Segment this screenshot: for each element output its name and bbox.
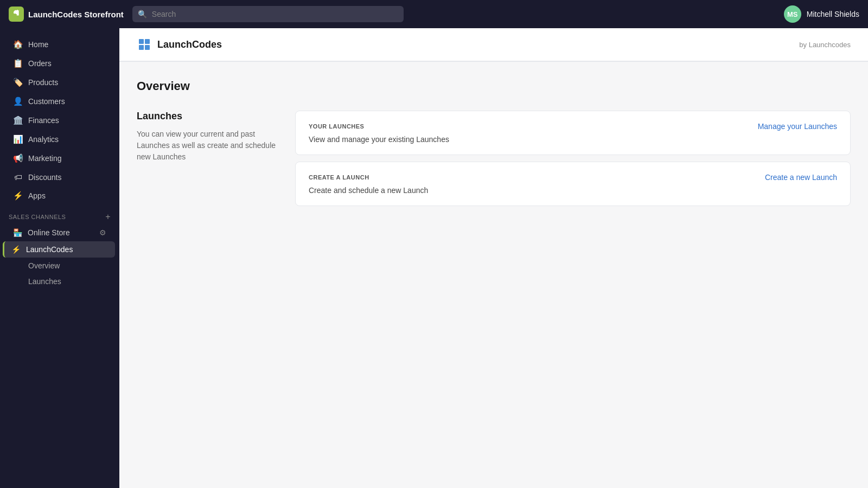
search-input[interactable] xyxy=(132,6,404,22)
svg-rect-0 xyxy=(139,39,144,44)
sidebar-item-online-store[interactable]: 🏪 Online Store ⚙ xyxy=(4,224,115,241)
page-title: Overview xyxy=(137,79,851,93)
sidebar-sub-item-launches[interactable]: Launches xyxy=(4,274,115,289)
cards-area: YOUR LAUNCHES Manage your Launches View … xyxy=(295,111,851,213)
launches-heading: Launches xyxy=(137,111,278,122)
discounts-icon: 🏷 xyxy=(13,172,23,182)
orders-icon: 📋 xyxy=(13,59,23,68)
sidebar-item-analytics[interactable]: 📊 Analytics xyxy=(4,130,115,149)
sidebar-sub-label-launches: Launches xyxy=(28,277,61,286)
sidebar-label-orders: Orders xyxy=(28,59,52,68)
manage-launches-link[interactable]: Manage your Launches xyxy=(758,122,837,131)
create-new-launch-link[interactable]: Create a new Launch xyxy=(765,173,837,182)
sidebar: 🏠 Home 📋 Orders 🏷️ Products 👤 Customers … xyxy=(0,28,119,488)
username: Mitchell Shields xyxy=(807,10,859,18)
svg-rect-2 xyxy=(139,45,144,50)
finances-icon: 🏛️ xyxy=(13,115,23,125)
sidebar-item-orders[interactable]: 📋 Orders xyxy=(4,54,115,73)
search-icon: 🔍 xyxy=(138,10,147,18)
sidebar-item-discounts[interactable]: 🏷 Discounts xyxy=(4,168,115,186)
sidebar-label-home: Home xyxy=(28,40,48,49)
app-by-label: by Launchcodes xyxy=(799,41,851,49)
home-icon: 🏠 xyxy=(13,40,23,49)
sidebar-label-customers: Customers xyxy=(28,97,65,106)
sidebar-label-products: Products xyxy=(28,78,58,87)
marketing-icon: 📢 xyxy=(13,153,23,163)
app-header-left: LaunchCodes xyxy=(137,37,222,52)
your-launches-label: YOUR LAUNCHES xyxy=(309,123,364,130)
svg-rect-3 xyxy=(145,45,150,50)
brand-name: LaunchCodes Storefront xyxy=(28,10,124,19)
sidebar-label-online-store: Online Store xyxy=(28,228,70,237)
apps-icon: ⚡ xyxy=(13,191,23,201)
sidebar-item-customers[interactable]: 👤 Customers xyxy=(4,92,115,111)
online-store-icon: 🏪 xyxy=(13,228,22,237)
create-launch-desc: Create and schedule a new Launch xyxy=(309,186,837,195)
avatar[interactable]: MS xyxy=(784,5,801,23)
app-header: LaunchCodes by Launchcodes xyxy=(119,28,868,61)
top-navigation: LaunchCodes Storefront 🔍 MS Mitchell Shi… xyxy=(0,0,868,28)
launches-description: Launches You can view your current and p… xyxy=(137,111,278,213)
create-launch-label: CREATE A LAUNCH xyxy=(309,174,369,181)
create-launch-card: CREATE A LAUNCH Create a new Launch Crea… xyxy=(295,162,851,206)
customers-icon: 👤 xyxy=(13,97,23,106)
sidebar-label-discounts: Discounts xyxy=(28,173,61,182)
sidebar-label-finances: Finances xyxy=(28,116,59,125)
svg-rect-1 xyxy=(145,39,150,44)
your-launches-card-header: YOUR LAUNCHES Manage your Launches xyxy=(309,122,837,131)
sales-channels-section: Sales channels + xyxy=(0,206,119,224)
launches-description-text: You can view your current and past Launc… xyxy=(137,129,278,163)
create-launch-card-header: CREATE A LAUNCH Create a new Launch xyxy=(309,173,837,182)
main-content: LaunchCodes by Launchcodes Overview Laun… xyxy=(119,28,868,488)
online-store-settings-icon[interactable]: ⚙ xyxy=(99,228,106,237)
content-area: Overview Launches You can view your curr… xyxy=(119,62,868,230)
products-icon: 🏷️ xyxy=(13,78,23,87)
sidebar-label-apps: Apps xyxy=(28,191,46,200)
layout: 🏠 Home 📋 Orders 🏷️ Products 👤 Customers … xyxy=(0,28,868,488)
analytics-icon: 📊 xyxy=(13,134,23,144)
sidebar-item-products[interactable]: 🏷️ Products xyxy=(4,73,115,92)
overview-grid: Launches You can view your current and p… xyxy=(137,111,851,213)
sidebar-sub-label-overview: Overview xyxy=(28,261,60,270)
sidebar-item-home[interactable]: 🏠 Home xyxy=(4,35,115,54)
sidebar-label-analytics: Analytics xyxy=(28,135,59,144)
sidebar-label-launchcodes: LaunchCodes xyxy=(26,245,73,254)
your-launches-desc: View and manage your existing Launches xyxy=(309,135,837,144)
add-channel-icon[interactable]: + xyxy=(105,212,111,222)
app-icon xyxy=(137,37,152,52)
sidebar-label-marketing: Marketing xyxy=(28,154,61,163)
shopify-logo xyxy=(9,7,24,22)
brand: LaunchCodes Storefront xyxy=(9,7,124,22)
sidebar-item-apps[interactable]: ⚡ Apps xyxy=(4,187,115,205)
sidebar-sub-item-overview[interactable]: Overview xyxy=(4,258,115,273)
sidebar-item-launchcodes[interactable]: ⚡ LaunchCodes xyxy=(3,241,115,258)
your-launches-card: YOUR LAUNCHES Manage your Launches View … xyxy=(295,111,851,155)
launchcodes-channel-icon: ⚡ xyxy=(11,245,21,254)
sales-channels-label: Sales channels xyxy=(9,214,66,220)
app-title: LaunchCodes xyxy=(157,39,222,50)
sidebar-item-marketing[interactable]: 📢 Marketing xyxy=(4,149,115,168)
sidebar-item-finances[interactable]: 🏛️ Finances xyxy=(4,111,115,130)
topnav-right: MS Mitchell Shields xyxy=(784,5,859,23)
search-bar: 🔍 xyxy=(132,6,404,22)
